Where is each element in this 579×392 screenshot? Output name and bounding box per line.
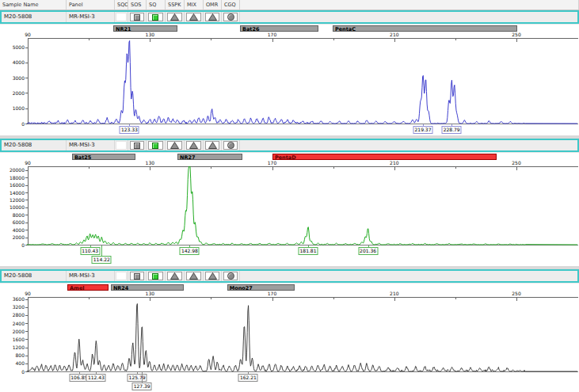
peak-size-label[interactable]: 110.43 bbox=[80, 247, 100, 255]
omr-flag-cell[interactable] bbox=[204, 140, 222, 150]
peak-size-label[interactable]: 114.22 bbox=[92, 256, 112, 264]
mix-triangle-icon bbox=[189, 272, 198, 280]
panel-cell[interactable]: MR-MSI-3 bbox=[67, 12, 115, 22]
column-header-sq: SQ bbox=[147, 0, 166, 10]
mix-flag-box[interactable] bbox=[186, 13, 202, 21]
sqo-flag-box[interactable] bbox=[116, 141, 127, 150]
column-header-sos: SOS bbox=[128, 0, 147, 10]
sos-flag-cell[interactable] bbox=[128, 12, 147, 22]
peak-size-label[interactable]: 219.37 bbox=[413, 126, 433, 134]
marker-bar-pentad[interactable]: PentaD bbox=[272, 154, 497, 160]
sos-flag-box[interactable] bbox=[130, 272, 145, 280]
omr-flag-cell[interactable] bbox=[204, 12, 222, 22]
mix-flag-cell[interactable] bbox=[185, 140, 204, 150]
electropherogram-trace[interactable] bbox=[0, 297, 579, 373]
marker-bar-mono27[interactable]: Mono27 bbox=[227, 284, 295, 291]
sample-row[interactable]: M20-5808MR-MSI-3 bbox=[0, 139, 579, 152]
sspk-flag-box[interactable] bbox=[167, 272, 183, 280]
sspk-flag-box[interactable] bbox=[167, 141, 183, 150]
electropherogram-plot[interactable]: AmelNR24Mono2790130170210250040080012001… bbox=[0, 283, 579, 392]
peak-size-label[interactable]: 201.36 bbox=[358, 247, 378, 255]
marker-bar-amel[interactable]: Amel bbox=[67, 284, 109, 291]
omr-flag-box[interactable] bbox=[205, 141, 220, 150]
sq-flag-cell[interactable] bbox=[147, 140, 166, 150]
sos-flag-box[interactable] bbox=[130, 141, 145, 150]
omr-flag-box[interactable] bbox=[205, 272, 220, 280]
peak-size-label[interactable]: 228.79 bbox=[442, 126, 462, 134]
sos-flag-cell[interactable] bbox=[128, 140, 147, 150]
size-ruler-label: 90 bbox=[18, 32, 37, 37]
cgq-flag-box[interactable] bbox=[223, 141, 238, 150]
cgq-flag-box[interactable] bbox=[223, 13, 238, 21]
omr-flag-cell[interactable] bbox=[204, 271, 222, 281]
omr-triangle-icon bbox=[208, 272, 217, 280]
column-header-sample-name: Sample Name bbox=[0, 0, 67, 10]
sqo-flag-box[interactable] bbox=[116, 272, 127, 280]
cgq-flag-box[interactable] bbox=[223, 272, 238, 280]
cgq-flag-cell[interactable] bbox=[222, 140, 240, 150]
sspk-triangle-icon bbox=[170, 142, 179, 149]
sos-flag-cell[interactable] bbox=[128, 271, 147, 281]
sample-row[interactable]: M20-5808MR-MSI-3 bbox=[0, 269, 579, 283]
panel-cell[interactable]: MR-MSI-3 bbox=[67, 140, 115, 150]
sample-row[interactable]: M20-5808MR-MSI-3 bbox=[0, 10, 579, 24]
omr-flag-box[interactable] bbox=[205, 13, 220, 21]
mix-flag-box[interactable] bbox=[186, 272, 202, 280]
marker-bar-bat25[interactable]: Bat25 bbox=[72, 154, 135, 160]
mix-triangle-icon bbox=[189, 13, 198, 21]
marker-bar-nr24[interactable]: NR24 bbox=[111, 284, 184, 291]
panel-cell[interactable]: MR-MSI-3 bbox=[67, 271, 115, 281]
electropherogram-trace[interactable] bbox=[0, 166, 579, 246]
electropherogram-trace[interactable] bbox=[0, 38, 579, 125]
mix-flag-cell[interactable] bbox=[185, 271, 204, 281]
sqo-flag-cell[interactable] bbox=[115, 12, 128, 22]
omr-triangle-icon bbox=[208, 142, 217, 149]
sspk-flag-box[interactable] bbox=[167, 13, 183, 21]
electropherogram-plot[interactable]: NR21Bat26PentaC9013017021025001000200030… bbox=[0, 24, 579, 135]
sos-square-icon bbox=[134, 14, 140, 21]
sq-flag-box[interactable] bbox=[148, 272, 164, 280]
mix-flag-box[interactable] bbox=[186, 141, 202, 150]
sq-square-icon bbox=[152, 273, 158, 280]
mix-flag-cell[interactable] bbox=[185, 12, 204, 22]
peak-size-label[interactable]: 123.33 bbox=[120, 126, 139, 134]
sq-flag-box[interactable] bbox=[148, 141, 164, 150]
sample-name-cell[interactable]: M20-5808 bbox=[2, 271, 67, 281]
sample-section-3: M20-5808MR-MSI-3AmelNR24Mono279013017021… bbox=[0, 269, 579, 392]
sos-square-icon bbox=[134, 273, 140, 280]
marker-bar-bat26[interactable]: Bat26 bbox=[240, 25, 318, 32]
peak-label-connector bbox=[142, 372, 143, 382]
sspk-flag-cell[interactable] bbox=[166, 140, 185, 150]
peak-size-label[interactable]: 125.79 bbox=[128, 374, 147, 382]
sq-flag-box[interactable] bbox=[148, 13, 164, 21]
sq-flag-cell[interactable] bbox=[147, 271, 166, 281]
peak-size-label[interactable]: 181.81 bbox=[299, 247, 318, 255]
peak-size-label[interactable]: 162.21 bbox=[238, 374, 258, 382]
sspk-flag-cell[interactable] bbox=[166, 12, 185, 22]
electropherogram-plot[interactable]: Bat25NR27PentaD9013017021025002000400060… bbox=[0, 152, 579, 266]
marker-bar-pentac[interactable]: PentaC bbox=[333, 25, 517, 32]
cgq-flag-cell[interactable] bbox=[222, 271, 240, 281]
sqo-flag-cell[interactable] bbox=[115, 140, 128, 150]
sq-square-icon bbox=[152, 14, 158, 21]
size-ruler-label: 90 bbox=[18, 160, 37, 166]
cgq-flag-cell[interactable] bbox=[222, 12, 240, 22]
size-ruler-label: 210 bbox=[385, 32, 404, 37]
marker-bar-nr27[interactable]: NR27 bbox=[177, 154, 242, 160]
peak-size-label[interactable]: 142.98 bbox=[180, 247, 200, 255]
trace-path bbox=[27, 40, 577, 124]
sq-flag-cell[interactable] bbox=[147, 12, 166, 22]
sspk-flag-cell[interactable] bbox=[166, 271, 185, 281]
sample-name-cell[interactable]: M20-5808 bbox=[2, 12, 67, 22]
sqo-flag-cell[interactable] bbox=[115, 271, 128, 281]
genotyping-sample-plot-window: Sample NamePanelSQOSOSSQSSPKMIXOMRCGQM20… bbox=[0, 0, 579, 392]
marker-bar-nr21[interactable]: NR21 bbox=[113, 25, 177, 32]
sos-flag-box[interactable] bbox=[130, 13, 145, 21]
size-ruler-label: 210 bbox=[385, 160, 404, 166]
column-header-panel: Panel bbox=[67, 0, 115, 10]
peak-size-label[interactable]: 112.43 bbox=[86, 374, 106, 382]
size-ruler-label: 250 bbox=[507, 291, 526, 296]
peak-size-label[interactable]: 127.39 bbox=[132, 382, 152, 390]
sqo-flag-box[interactable] bbox=[116, 13, 127, 21]
sample-name-cell[interactable]: M20-5808 bbox=[2, 140, 67, 150]
